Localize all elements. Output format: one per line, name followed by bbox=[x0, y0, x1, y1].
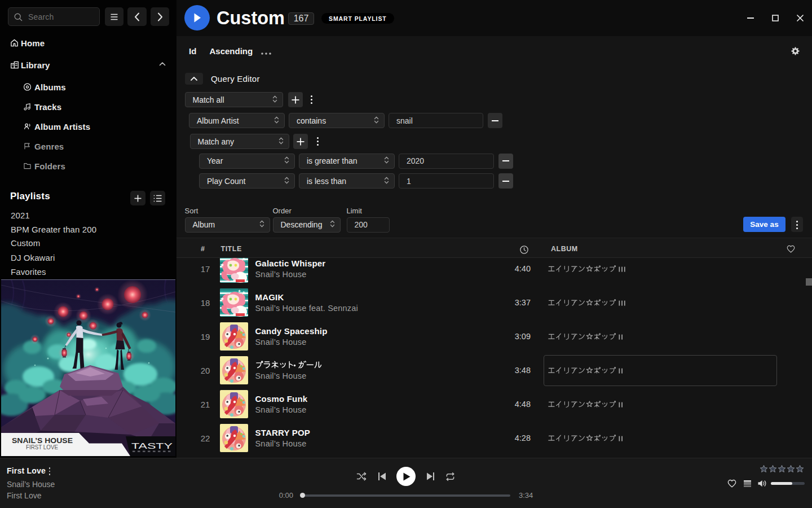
svg-text:FIRST LOVE: FIRST LOVE bbox=[26, 444, 58, 450]
svg-text:TASTY: TASTY bbox=[131, 441, 173, 450]
